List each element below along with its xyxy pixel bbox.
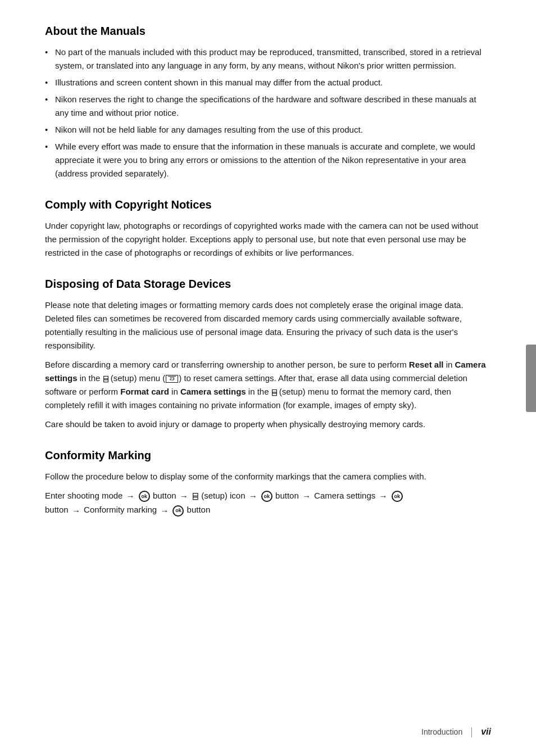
format-card-bold: Format card [120, 387, 169, 396]
text: button [45, 505, 71, 514]
list-item: Illustrations and screen content shown i… [45, 76, 491, 89]
camera-settings-bold-2: Camera settings [180, 387, 246, 396]
section-disposing: Disposing of Data Storage Devices Please… [45, 275, 491, 431]
copyright-title: Comply with Copyright Notices [45, 196, 491, 214]
disposing-para1: Please note that deleting images or form… [45, 298, 491, 352]
ok-button-icon: ok [139, 491, 150, 502]
section-conformity: Conformity Marking Follow the procedure … [45, 447, 491, 517]
ok-button-icon-4: ok [172, 505, 184, 517]
text: in [444, 360, 455, 369]
text: button [275, 491, 301, 500]
reset-all-bold: Reset all [409, 360, 444, 369]
page-ref: □23 [166, 375, 178, 383]
setup-icon: ⌸ [103, 373, 108, 385]
text: button [187, 505, 211, 514]
text: (setup) icon [201, 491, 248, 500]
arrow-icon-7: → [160, 504, 169, 518]
footer: Introduction vii [421, 725, 491, 739]
arrow-icon-5: → [379, 490, 387, 503]
text: in [169, 387, 180, 396]
disposing-para3: Care should be taken to avoid injury or … [45, 418, 491, 431]
disposing-title: Disposing of Data Storage Devices [45, 275, 491, 293]
list-item: Nikon reserves the right to change the s… [45, 93, 491, 120]
section-about-manuals: About the Manuals No part of the manuals… [45, 22, 491, 180]
text: (setup) menu ( [108, 373, 166, 383]
setup-icon-3: ⌸ [193, 490, 198, 503]
conformity-instructions: Enter shooting mode → ok button → ⌸ (set… [45, 489, 491, 517]
ok-button-icon-3: ok [392, 491, 403, 502]
list-item: Nikon will not be held liable for any da… [45, 123, 491, 137]
about-manuals-title: About the Manuals [45, 22, 491, 40]
text: in the [246, 387, 271, 396]
text: button [153, 491, 179, 500]
arrow-icon: → [126, 490, 135, 503]
text: Conformity marking [84, 505, 159, 514]
conformity-title: Conformity Marking [45, 447, 491, 464]
arrow-icon-2: → [180, 490, 188, 503]
setup-icon-2: ⌸ [272, 386, 276, 399]
text: in the [78, 373, 103, 383]
arrow-icon-3: → [249, 490, 257, 503]
list-item: No part of the manuals included with thi… [45, 46, 491, 73]
text: Camera settings [314, 491, 378, 500]
about-manuals-list: No part of the manuals included with thi… [45, 46, 491, 180]
section-copyright: Comply with Copyright Notices Under copy… [45, 196, 491, 260]
footer-intro-label: Introduction [421, 726, 462, 739]
sidebar-tab [526, 345, 536, 412]
text: Enter shooting mode [45, 491, 125, 500]
disposing-para2: Before discarding a memory card or trans… [45, 358, 491, 412]
text: Before discarding a memory card or trans… [45, 360, 409, 369]
page-container: About the Manuals No part of the manuals… [0, 0, 536, 756]
footer-page-number: vii [481, 725, 491, 739]
footer-divider [471, 727, 472, 737]
arrow-icon-4: → [302, 490, 311, 503]
ok-button-icon-2: ok [261, 491, 272, 502]
conformity-para1: Follow the procedure below to display so… [45, 470, 491, 483]
arrow-icon-6: → [72, 504, 80, 518]
copyright-body: Under copyright law, photographs or reco… [45, 219, 491, 260]
list-item: While every effort was made to ensure th… [45, 140, 491, 180]
